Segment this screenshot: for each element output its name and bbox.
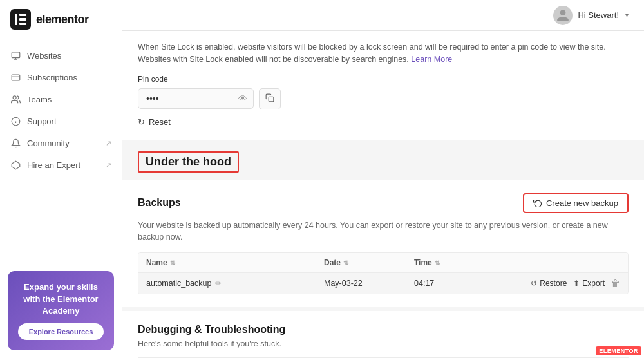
col-name: Name ⇅: [146, 258, 324, 267]
sidebar-item-websites[interactable]: Websites: [0, 44, 122, 66]
sidebar-item-subscriptions[interactable]: Subscriptions: [0, 66, 122, 88]
user-menu[interactable]: Hi Stewart! ▾: [553, 6, 629, 25]
export-icon: ⬆: [573, 279, 580, 288]
main-area: Hi Stewart! ▾ When Site Lock is enabled,…: [122, 0, 644, 358]
eye-icon[interactable]: 👁: [238, 93, 247, 104]
logo-text: elementor: [36, 13, 89, 26]
edit-backup-icon[interactable]: ✏: [215, 279, 222, 288]
under-hood-heading-area: Under the hood: [122, 144, 644, 180]
pin-input-wrap: 👁: [138, 88, 254, 109]
sidebar-item-support-label: Support: [27, 117, 57, 126]
pin-code-input[interactable]: [138, 88, 254, 109]
col-actions: [491, 258, 620, 267]
row-date: May-03-22: [324, 279, 414, 288]
sidebar-item-hire-expert[interactable]: Hire an Expert ↗: [0, 154, 122, 176]
svg-rect-6: [12, 75, 20, 80]
sort-date-icon[interactable]: ⇅: [343, 259, 348, 267]
backups-section: Backups Create new backup Your website i…: [122, 180, 644, 308]
page-content: When Site Lock is enabled, website visit…: [122, 31, 644, 358]
sidebar: elementor Websites Subscriptions Teams: [0, 0, 122, 358]
debugging-subtitle: Here's some helpful tools if you're stuc…: [138, 339, 629, 348]
svg-rect-1: [15, 14, 17, 25]
row-name: automatic_backup ✏: [146, 279, 324, 288]
reset-row[interactable]: ↻ Reset: [138, 117, 629, 127]
sidebar-item-teams[interactable]: Teams: [0, 88, 122, 110]
col-date: Date ⇅: [324, 258, 414, 267]
external-link-icon: ↗: [106, 139, 111, 147]
sidebar-item-community[interactable]: Community ↗: [0, 132, 122, 154]
sidebar-item-support[interactable]: Support: [0, 110, 122, 132]
restore-button[interactable]: ↺ Restore: [531, 279, 567, 288]
debugging-section: Debugging & Troubleshooting Here's some …: [122, 311, 644, 358]
backups-description: Your website is backed up automatically …: [138, 220, 629, 244]
sidebar-item-teams-label: Teams: [27, 95, 52, 104]
reset-icon: ↻: [138, 117, 145, 127]
explore-resources-button[interactable]: Explore Resources: [18, 323, 104, 340]
site-lock-section: When Site Lock is enabled, website visit…: [122, 31, 644, 140]
chevron-down-icon: ▾: [625, 12, 629, 19]
sort-name-icon[interactable]: ⇅: [170, 259, 175, 267]
export-button[interactable]: ⬆ Export: [573, 279, 605, 288]
reset-label: Reset: [149, 117, 171, 127]
info-icon: [10, 116, 21, 126]
pin-code-row: 👁: [138, 88, 629, 109]
create-backup-button[interactable]: Create new backup: [523, 193, 629, 213]
community-icon: [10, 138, 21, 148]
svg-rect-2: [19, 14, 26, 16]
debugging-title: Debugging & Troubleshooting: [138, 324, 629, 335]
promo-card: Expand your skills with the Elementor Ac…: [8, 271, 114, 350]
sidebar-item-websites-label: Websites: [27, 51, 61, 61]
backups-title: Backups: [138, 197, 181, 209]
elementor-badge: ELEMENTOR: [596, 346, 641, 355]
promo-title: Expand your skills with the Elementor Ac…: [18, 281, 104, 317]
learn-more-link[interactable]: Learn More: [411, 55, 452, 64]
svg-rect-3: [19, 18, 26, 21]
diamond-icon: [10, 160, 21, 170]
sidebar-nav: Websites Subscriptions Teams Support: [0, 39, 122, 263]
svg-rect-4: [19, 23, 26, 25]
svg-rect-10: [269, 97, 274, 102]
avatar: [553, 6, 573, 25]
pin-code-label: Pin code: [138, 75, 629, 84]
under-hood-title: Under the hood: [138, 151, 239, 173]
top-header: Hi Stewart! ▾: [122, 0, 644, 31]
svg-rect-5: [12, 52, 20, 57]
sort-time-icon[interactable]: ⇅: [435, 259, 440, 267]
user-greeting: Hi Stewart!: [578, 10, 619, 20]
sidebar-item-subscriptions-label: Subscriptions: [27, 73, 77, 82]
table-header: Name ⇅ Date ⇅ Time ⇅: [138, 253, 628, 273]
monitor-icon: [10, 50, 21, 61]
svg-point-7: [13, 95, 16, 99]
elementor-logo-icon: [10, 9, 31, 30]
sidebar-item-community-label: Community: [27, 138, 70, 148]
delete-backup-icon[interactable]: 🗑: [611, 278, 620, 288]
svg-marker-9: [12, 161, 20, 169]
logo-area: elementor: [0, 0, 122, 39]
credit-card-icon: [10, 72, 21, 82]
backups-header: Backups Create new backup: [138, 193, 629, 213]
col-time: Time ⇅: [414, 258, 491, 267]
sidebar-item-hire-expert-label: Hire an Expert: [27, 160, 80, 170]
users-icon: [10, 94, 21, 104]
external-link-icon-2: ↗: [106, 161, 111, 169]
copy-button[interactable]: [259, 88, 281, 109]
row-actions: ↺ Restore ⬆ Export 🗑: [491, 278, 620, 288]
backups-table: Name ⇅ Date ⇅ Time ⇅ automatic_ba: [138, 252, 629, 294]
table-row: automatic_backup ✏ May-03-22 04:17 ↺ Res…: [138, 273, 628, 294]
restore-icon: ↺: [531, 279, 537, 288]
row-time: 04:17: [414, 279, 491, 288]
site-lock-description: When Site Lock is enabled, website visit…: [138, 41, 629, 66]
create-backup-label: Create new backup: [546, 198, 618, 208]
